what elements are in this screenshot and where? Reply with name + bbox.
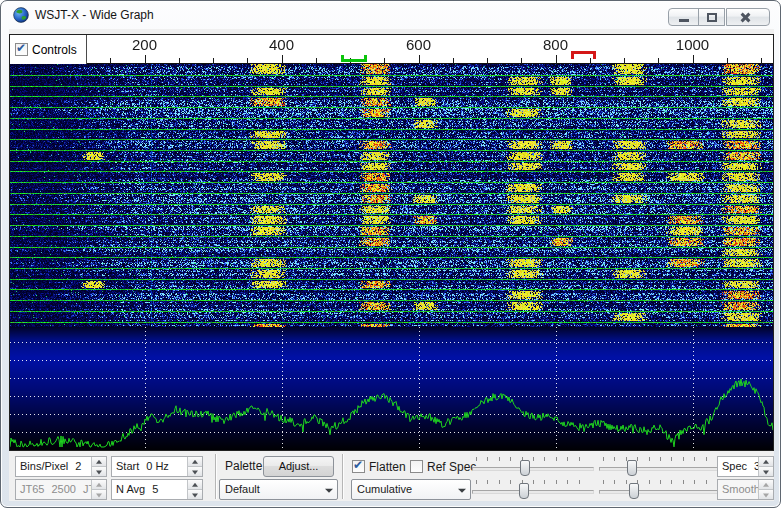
slider-groove xyxy=(472,490,594,494)
waterfall-zero-slider[interactable] xyxy=(599,456,720,477)
spec-label: Spec xyxy=(722,460,747,472)
slider-ticks xyxy=(603,457,716,461)
spin-up-icon xyxy=(192,459,198,463)
scale-ticks-canvas xyxy=(10,35,773,64)
spec-percent-spinbox[interactable]: Spec30 % xyxy=(717,456,774,477)
client-area: 2004006008001000 Controls xyxy=(9,29,774,501)
maximize-icon xyxy=(707,13,717,22)
slider-ticks xyxy=(476,480,590,484)
controls-toggle-box: Controls xyxy=(10,35,87,64)
wsjtx-wide-graph-window: WSJT-X - Wide Graph 2004006008001000 xyxy=(0,0,781,508)
mode-combo-value: Cumulative xyxy=(352,480,453,499)
checkbox-box xyxy=(410,460,423,473)
close-button[interactable] xyxy=(726,8,770,26)
slider-groove xyxy=(472,467,594,471)
scale-label: 400 xyxy=(269,36,294,53)
ref-spec-label: Ref Spec xyxy=(427,460,476,474)
bins-label: Bins/Pixel xyxy=(20,460,68,472)
window-title: WSJT-X - Wide Graph xyxy=(35,8,154,22)
spectrum-zero-slider[interactable] xyxy=(599,479,720,500)
combo-dropdown-icon xyxy=(320,480,337,499)
checkbox-box xyxy=(352,460,365,473)
tx-frequency-marker[interactable] xyxy=(571,51,596,59)
navg-label: N Avg xyxy=(116,483,145,495)
scale-label: 600 xyxy=(406,36,431,53)
spin-up-icon xyxy=(96,482,102,486)
wsjtx-app-icon xyxy=(13,7,29,23)
spin-down-icon xyxy=(763,470,769,474)
spectrum-gain-slider[interactable] xyxy=(472,479,594,500)
panel-separator xyxy=(342,454,343,499)
spin-up-icon xyxy=(192,482,198,486)
bins-value: 2 xyxy=(75,460,81,472)
spin-down-icon xyxy=(192,470,198,474)
slider-ticks xyxy=(603,480,716,484)
spin-buttons xyxy=(758,480,773,499)
spin-buttons xyxy=(91,480,106,499)
n-avg-spinbox[interactable]: N Avg5 xyxy=(111,479,203,500)
slider-thumb[interactable] xyxy=(629,483,639,499)
palette-label: Palette xyxy=(225,456,262,477)
jt65-label: JT65 xyxy=(20,483,44,495)
spin-buttons[interactable] xyxy=(758,457,773,476)
start-frequency-spinbox[interactable]: Start0 Hz xyxy=(111,456,203,477)
scale-label: 1000 xyxy=(676,36,709,53)
spin-up-icon xyxy=(763,459,769,463)
scale-label: 200 xyxy=(132,36,157,53)
spectrum-canvas[interactable] xyxy=(10,327,773,450)
minimize-icon xyxy=(679,19,689,22)
panel-separator xyxy=(215,454,216,499)
spin-down-icon xyxy=(192,493,198,497)
jt65-jt9-split-spinbox: JT652500JT9 xyxy=(15,479,107,500)
split-value: 2500 xyxy=(51,483,75,495)
spin-down-icon xyxy=(96,493,102,497)
wide-graph-plot: 2004006008001000 Controls xyxy=(9,34,774,451)
spin-up-icon xyxy=(763,482,769,486)
spin-up-icon xyxy=(96,459,102,463)
palette-combo-value: Default xyxy=(220,480,320,499)
spectrum-mode-combobox[interactable]: Cumulative xyxy=(351,479,471,500)
control-panel: Bins/Pixel2 Start0 Hz Palette Adjust... … xyxy=(9,452,774,501)
waterfall-canvas[interactable] xyxy=(10,64,773,327)
bins-per-pixel-spinbox[interactable]: Bins/Pixel2 xyxy=(15,456,107,477)
controls-checkbox[interactable]: Controls xyxy=(15,43,77,57)
navg-value: 5 xyxy=(152,483,158,495)
scale-label: 800 xyxy=(543,36,568,53)
ref-spec-checkbox[interactable]: Ref Spec xyxy=(410,456,476,477)
spin-buttons[interactable] xyxy=(187,457,202,476)
slider-groove xyxy=(599,467,720,471)
controls-checkbox-label: Controls xyxy=(32,43,77,57)
spin-buttons[interactable] xyxy=(91,457,106,476)
slider-thumb[interactable] xyxy=(627,460,637,476)
slider-thumb[interactable] xyxy=(520,460,530,476)
minimize-button[interactable] xyxy=(668,8,699,26)
start-value: 0 Hz xyxy=(146,460,169,472)
slider-thumb[interactable] xyxy=(519,483,529,499)
start-label: Start xyxy=(116,460,139,472)
slider-ticks xyxy=(476,457,590,461)
palette-combobox[interactable]: Default xyxy=(219,479,338,500)
jt9-label: JT9 xyxy=(83,483,91,495)
flatten-checkbox[interactable]: Flatten xyxy=(352,456,406,477)
palette-adjust-button[interactable]: Adjust... xyxy=(263,456,334,477)
spin-down-icon xyxy=(763,493,769,497)
frequency-scale[interactable]: 2004006008001000 Controls xyxy=(10,35,773,64)
waterfall-gain-slider[interactable] xyxy=(472,456,594,477)
rx-frequency-marker[interactable] xyxy=(341,55,367,62)
smooth-label: Smooth xyxy=(722,483,758,495)
checkbox-box xyxy=(15,43,28,56)
titlebar[interactable]: WSJT-X - Wide Graph xyxy=(1,1,780,29)
combo-dropdown-icon xyxy=(453,480,470,499)
spin-down-icon xyxy=(96,470,102,474)
smooth-spinbox: Smooth1 xyxy=(717,479,774,500)
maximize-button[interactable] xyxy=(698,8,725,26)
slider-groove xyxy=(599,490,720,494)
spin-buttons[interactable] xyxy=(187,480,202,499)
flatten-label: Flatten xyxy=(369,460,406,474)
